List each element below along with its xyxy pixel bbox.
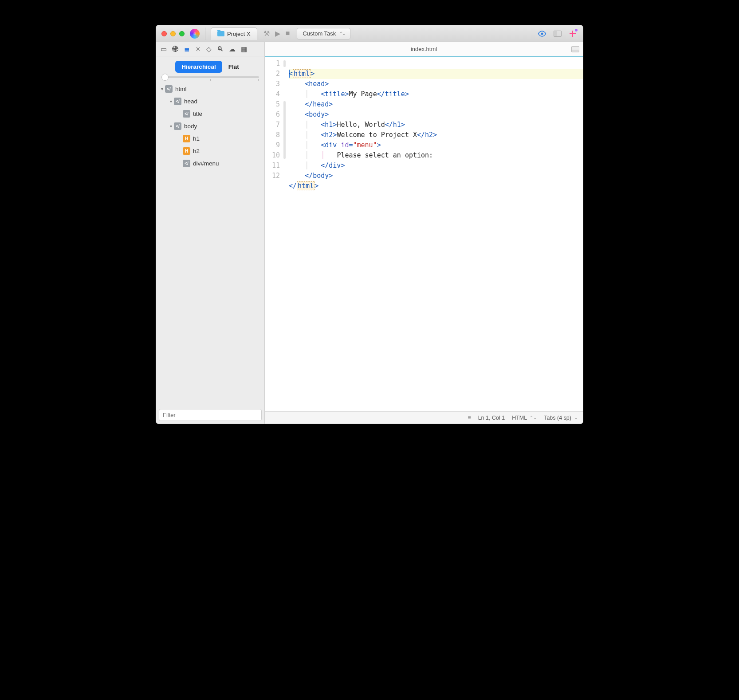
separator (205, 28, 205, 40)
fold-strip (283, 57, 287, 411)
play-icon[interactable]: ▶ (275, 29, 280, 38)
panel-toggle-icon[interactable] (554, 31, 562, 37)
titlebar: Project X ⚒ ▶ ■ Custom Task ⌃⌄ (156, 25, 583, 42)
editor-pane: index.html 123 456 789 101112 <html> <he… (265, 42, 583, 424)
filter-field[interactable] (159, 409, 262, 421)
line-number-gutter: 123 456 789 101112 (265, 57, 283, 411)
folder-outline-icon[interactable]: ▭ (161, 45, 167, 53)
document-header: index.html (265, 42, 583, 56)
status-symbols-icon[interactable]: ≡ (468, 415, 471, 421)
sidebar: ▭ 🌐︎ ≣ ✳ ◇ 🔍︎ ☁︎ ▦ Hierarchical Flat (156, 42, 265, 424)
chevron-updown-icon: ⌃⌄ (339, 31, 345, 36)
seg-flat[interactable]: Flat (222, 61, 245, 73)
sidebar-toolbar: ▭ 🌐︎ ≣ ✳ ◇ 🔍︎ ☁︎ ▦ (156, 42, 264, 56)
app-logo-icon (190, 29, 200, 39)
document-filename: index.html (411, 46, 437, 52)
grid-icon[interactable]: ▦ (241, 45, 247, 53)
zoom-traffic-light-icon[interactable] (179, 31, 185, 36)
task-label: Custom Task (303, 30, 336, 37)
hammer-icon[interactable]: ⚒ (263, 29, 270, 38)
tree-row-body[interactable]: ▾</body (156, 120, 264, 132)
app-window: Project X ⚒ ▶ ■ Custom Task ⌃⌄ ▭ 🌐︎ ≣ ✳ … (156, 25, 583, 424)
dom-tree: ▾</html ▾</head </title ▾</body Hh1 Hh2 … (156, 82, 264, 406)
svg-point-0 (541, 32, 543, 35)
cloud-icon[interactable]: ☁︎ (229, 45, 236, 53)
status-bar: ≡ Ln 1, Col 1 HTML⌃⌄ Tabs (4 sp)⌄ (265, 411, 583, 424)
folder-icon (217, 31, 224, 36)
task-selector[interactable]: Custom Task ⌃⌄ (297, 28, 350, 39)
globe-icon[interactable]: 🌐︎ (172, 45, 179, 53)
view-mode-segmented: Hierarchical Flat (175, 61, 245, 73)
slider-thumb-icon[interactable] (161, 74, 169, 81)
tree-row-title[interactable]: </title (156, 107, 264, 120)
close-traffic-light-icon[interactable] (161, 31, 167, 36)
status-indent[interactable]: Tabs (4 sp)⌄ (544, 415, 578, 421)
tree-row-div[interactable]: </div#menu (156, 157, 264, 169)
minimap-toggle-icon[interactable] (571, 46, 579, 52)
project-tab-label: Project X (227, 31, 251, 37)
project-tab[interactable]: Project X (211, 28, 257, 40)
asterisk-icon[interactable]: ✳ (195, 45, 201, 53)
add-sparkle-icon[interactable] (569, 30, 577, 38)
search-icon[interactable]: 🔍︎ (217, 45, 224, 53)
tree-row-head[interactable]: ▾</head (156, 95, 264, 107)
preview-eye-icon[interactable] (538, 29, 546, 38)
filter-input[interactable] (159, 409, 261, 421)
stop-icon[interactable]: ■ (286, 29, 290, 38)
status-language[interactable]: HTML⌃⌄ (512, 415, 537, 421)
code-editor[interactable]: 123 456 789 101112 <html> <head> │ <titl… (265, 57, 583, 411)
status-cursor-position[interactable]: Ln 1, Col 1 (478, 415, 505, 421)
tree-row-h1[interactable]: Hh1 (156, 132, 264, 145)
depth-slider[interactable] (156, 75, 264, 82)
tree-row-h2[interactable]: Hh2 (156, 145, 264, 157)
structure-icon[interactable]: ≣ (184, 45, 190, 53)
tree-row-html[interactable]: ▾</html (156, 83, 264, 95)
code-area[interactable]: <html> <head> │ <title>My Page</title> <… (287, 57, 583, 411)
build-run-controls: ⚒ ▶ ■ (263, 29, 290, 38)
diamond-icon[interactable]: ◇ (206, 45, 212, 53)
seg-hierarchical[interactable]: Hierarchical (175, 61, 222, 73)
minimize-traffic-light-icon[interactable] (170, 31, 176, 36)
